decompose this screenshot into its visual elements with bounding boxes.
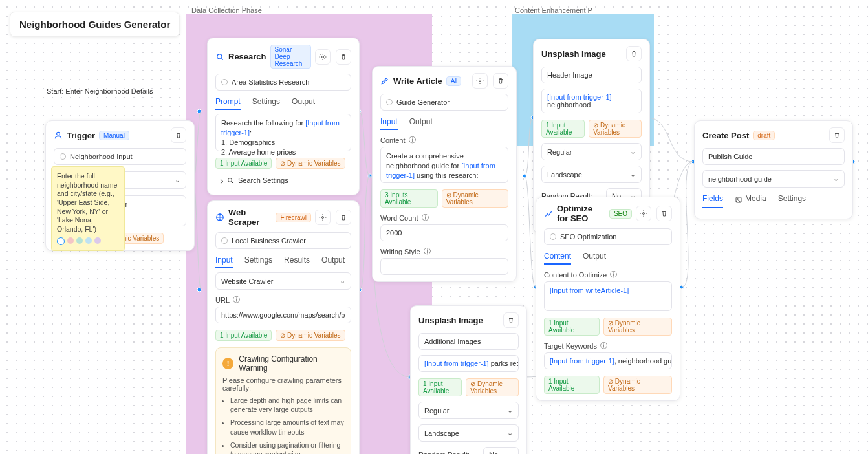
start-label: Start: Enter Neighborhood Details [47, 87, 153, 95]
post-tabs: Fields Media Settings [702, 194, 845, 208]
unsplash2-query[interactable]: [Input from trigger-1] parks recreati [418, 355, 519, 372]
status-dot-icon [386, 99, 393, 105]
post-name[interactable]: Publish Guide [702, 148, 845, 165]
status-dot-icon [550, 233, 556, 240]
pill-dynamic-variables[interactable]: ⊘ Dynamic Variables [276, 158, 345, 169]
status-dot-icon [221, 79, 228, 85]
pill-dynamic-variables[interactable]: ⊘ Dynamic Variables [589, 120, 642, 138]
workflow-title: Neighborhood Guides Generator [10, 12, 180, 37]
writing-style-label: Writing Styleⓘ [380, 246, 508, 256]
article-name[interactable]: Guide Generator [380, 94, 508, 111]
target-keywords-input[interactable]: [Input from trigger-1], neighborhood gui… [544, 352, 672, 369]
tab-prompt[interactable]: Prompt [215, 97, 241, 110]
wordcount-input[interactable] [380, 224, 508, 241]
unsplash2-name[interactable]: Additional Images [418, 333, 519, 350]
article-title: Write Article [393, 76, 442, 86]
delete-button[interactable] [626, 46, 642, 61]
unsplash2-orientation-select[interactable]: Landscape⌄ [418, 424, 519, 442]
tab-results[interactable]: Results [284, 255, 310, 268]
tab-input[interactable]: Input [215, 255, 233, 268]
svg-point-15 [57, 132, 60, 135]
tab-output[interactable]: Output [292, 97, 315, 110]
unsplash1-query[interactable]: [Input from trigger-1] neighborhood [541, 89, 642, 113]
delete-button[interactable] [171, 127, 186, 143]
phase-data-collection-label: Data Collection Phase [191, 6, 262, 14]
delete-button[interactable] [503, 312, 519, 328]
status-dot-icon [221, 237, 228, 244]
node-write-article[interactable]: Write Article AI Guide Generator Input O… [372, 66, 517, 282]
pill-dynamic-variables[interactable]: ⊘ Dynamic Variables [466, 378, 519, 396]
unsplash1-size-select[interactable]: Regular⌄ [541, 143, 642, 160]
edit-icon [380, 76, 389, 85]
delete-button[interactable] [336, 49, 351, 65]
svg-point-21 [479, 80, 481, 82]
unsplash1-name[interactable]: Header Image [541, 67, 642, 83]
post-title: Create Post [702, 131, 749, 140]
url-input[interactable] [215, 307, 351, 323]
tab-output[interactable]: Output [583, 252, 606, 265]
user-icon [54, 131, 63, 140]
unsplash1-orientation-select[interactable]: Landscape⌄ [541, 166, 642, 183]
research-prompt[interactable]: Research the following for [Input from t… [215, 114, 351, 151]
globe-icon [215, 213, 224, 222]
search-settings-toggle[interactable]: Search Settings [215, 173, 351, 188]
tab-input[interactable]: Input [380, 117, 398, 130]
pill-dynamic-variables[interactable]: ⊘ Dynamic Variables [276, 330, 345, 341]
node-research[interactable]: Research Sonar Deep Research Area Statis… [207, 38, 360, 195]
content-optimize-label: Content to Optimizeⓘ [544, 270, 672, 279]
tab-output[interactable]: Output [321, 255, 345, 268]
tab-output[interactable]: Output [409, 117, 433, 130]
node-seo[interactable]: Optimize for SEO SEO SEO Optimization Co… [536, 197, 680, 401]
delete-button[interactable] [829, 127, 845, 143]
info-icon: ⓘ [600, 341, 607, 351]
pill-inputs-available: 3 Inputs Available [380, 189, 438, 208]
scraper-mode-select[interactable]: Website Crawler⌄ [215, 272, 351, 290]
content-label: Contentⓘ [380, 135, 508, 145]
seo-title: Optimize for SEO [557, 204, 605, 223]
tab-settings[interactable]: Settings [778, 194, 806, 208]
node-web-scraper[interactable]: Web Scraper Firecrawl Local Business Cra… [207, 200, 360, 454]
research-tabs: Prompt Settings Output [215, 97, 351, 110]
phase-content-enhancement-label: Content Enhancement P [515, 6, 592, 14]
seo-tabs: Content Output [544, 252, 672, 265]
delete-button[interactable] [493, 73, 508, 89]
tab-fields[interactable]: Fields [702, 194, 723, 208]
settings-button[interactable] [315, 210, 331, 225]
research-title: Research [228, 52, 266, 61]
scraper-title: Web Scraper [228, 208, 272, 227]
tab-settings[interactable]: Settings [244, 255, 272, 268]
settings-button[interactable] [315, 49, 331, 65]
scraper-name[interactable]: Local Business Crawler [215, 232, 351, 249]
delete-button[interactable] [336, 210, 351, 225]
settings-button[interactable] [472, 73, 488, 89]
node-create-post[interactable]: Create Post draft Publish Guide neighbor… [694, 120, 853, 219]
pill-dynamic-variables[interactable]: ⊘ Dynamic Variables [603, 376, 672, 394]
random-label: Random Result: [418, 451, 470, 455]
writing-style-input[interactable] [380, 258, 508, 275]
info-icon: ⓘ [233, 295, 240, 305]
unsplash2-size-select[interactable]: Regular⌄ [418, 402, 519, 419]
tab-content[interactable]: Content [544, 252, 571, 265]
trigger-name[interactable]: Neighborhood Input [54, 148, 186, 165]
node-unsplash-additional[interactable]: Unsplash Image Additional Images [Input … [410, 305, 527, 454]
unsplash2-title: Unsplash Image [418, 316, 483, 325]
seo-name[interactable]: SEO Optimization [544, 228, 672, 245]
content-optimize-input[interactable]: [Input from writeArticle-1] [544, 281, 672, 311]
status-dot-icon [60, 153, 66, 160]
tab-media[interactable]: Media [735, 194, 766, 208]
post-badge: draft [753, 131, 775, 140]
random-select[interactable]: No⌄ [483, 447, 519, 454]
article-content[interactable]: Create a comprehensive neighborhood guid… [380, 147, 508, 183]
svg-point-18 [228, 178, 232, 182]
settings-button[interactable] [636, 206, 651, 221]
unsplash1-title: Unsplash Image [541, 49, 606, 59]
tab-settings[interactable]: Settings [252, 97, 280, 110]
seo-badge: SEO [609, 209, 632, 219]
research-name[interactable]: Area Statistics Research [215, 74, 351, 91]
post-slug-select[interactable]: neighborhood-guide⌄ [702, 170, 845, 188]
url-label: URLⓘ [215, 295, 351, 305]
pill-dynamic-variables[interactable]: ⊘ Dynamic Variables [442, 189, 508, 208]
pill-dynamic-variables[interactable]: ⊘ Dynamic Variables [603, 318, 672, 336]
delete-button[interactable] [656, 206, 672, 221]
pill-inputs-available: 1 Input Available [418, 378, 462, 396]
